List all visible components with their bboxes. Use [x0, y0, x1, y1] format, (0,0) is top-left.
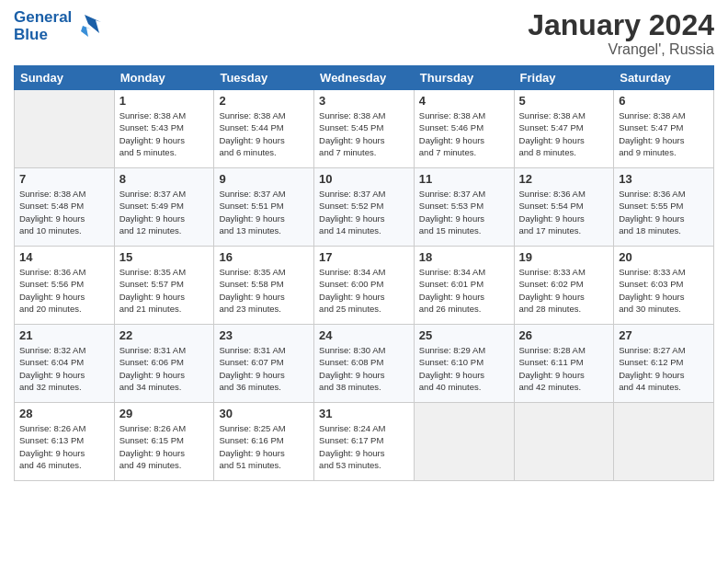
day-number: 27 — [619, 328, 709, 342]
cell-w4-d1: 21Sunrise: 8:32 AM Sunset: 6:04 PM Dayli… — [15, 325, 115, 403]
cell-w4-d5: 25Sunrise: 8:29 AM Sunset: 6:10 PM Dayli… — [414, 325, 514, 403]
cell-w2-d4: 10Sunrise: 8:37 AM Sunset: 5:52 PM Dayli… — [314, 168, 415, 247]
day-info: Sunrise: 8:35 AM Sunset: 5:57 PM Dayligh… — [119, 266, 210, 315]
day-info: Sunrise: 8:32 AM Sunset: 6:04 PM Dayligh… — [19, 344, 109, 393]
day-info: Sunrise: 8:37 AM Sunset: 5:51 PM Dayligh… — [219, 188, 309, 236]
title-section: January 2024 Vrangel', Russia — [528, 9, 714, 58]
cell-w2-d7: 13Sunrise: 8:36 AM Sunset: 5:55 PM Dayli… — [614, 168, 714, 247]
cell-w3-d4: 17Sunrise: 8:34 AM Sunset: 6:00 PM Dayli… — [314, 247, 415, 325]
week-row-2: 7Sunrise: 8:38 AM Sunset: 5:48 PM Daylig… — [15, 168, 714, 247]
cell-w2-d6: 12Sunrise: 8:36 AM Sunset: 5:54 PM Dayli… — [514, 168, 614, 247]
cell-w4-d4: 24Sunrise: 8:30 AM Sunset: 6:08 PM Dayli… — [314, 325, 415, 403]
day-number: 24 — [319, 328, 409, 342]
week-row-3: 14Sunrise: 8:36 AM Sunset: 5:56 PM Dayli… — [15, 247, 714, 325]
logo: General Blue — [14, 9, 103, 43]
cell-w5-d7 — [614, 403, 714, 481]
day-info: Sunrise: 8:33 AM Sunset: 6:02 PM Dayligh… — [519, 266, 609, 315]
week-row-4: 21Sunrise: 8:32 AM Sunset: 6:04 PM Dayli… — [15, 325, 714, 403]
logo-icon — [75, 13, 103, 40]
cell-w2-d2: 8Sunrise: 8:37 AM Sunset: 5:49 PM Daylig… — [114, 168, 214, 247]
cell-w3-d7: 20Sunrise: 8:33 AM Sunset: 6:03 PM Dayli… — [614, 247, 714, 325]
header-friday: Friday — [514, 66, 614, 90]
header-wednesday: Wednesday — [314, 66, 415, 90]
day-number: 2 — [219, 94, 309, 108]
cell-w2-d3: 9Sunrise: 8:37 AM Sunset: 5:51 PM Daylig… — [214, 168, 314, 247]
week-row-5: 28Sunrise: 8:26 AM Sunset: 6:13 PM Dayli… — [15, 403, 714, 481]
day-info: Sunrise: 8:34 AM Sunset: 6:01 PM Dayligh… — [419, 266, 509, 315]
day-info: Sunrise: 8:35 AM Sunset: 5:58 PM Dayligh… — [219, 266, 309, 315]
logo-line1: General — [14, 9, 72, 27]
day-number: 16 — [219, 250, 309, 264]
cell-w5-d6 — [514, 403, 614, 481]
day-number: 23 — [219, 328, 309, 342]
header-tuesday: Tuesday — [214, 66, 314, 90]
week-row-1: 1Sunrise: 8:38 AM Sunset: 5:43 PM Daylig… — [15, 90, 714, 168]
day-info: Sunrise: 8:38 AM Sunset: 5:44 PM Dayligh… — [219, 109, 309, 158]
day-number: 10 — [319, 172, 409, 186]
day-info: Sunrise: 8:24 AM Sunset: 6:17 PM Dayligh… — [319, 422, 409, 471]
day-info: Sunrise: 8:25 AM Sunset: 6:16 PM Dayligh… — [219, 422, 309, 471]
day-number: 13 — [619, 172, 709, 186]
day-info: Sunrise: 8:33 AM Sunset: 6:03 PM Dayligh… — [619, 266, 709, 315]
day-info: Sunrise: 8:37 AM Sunset: 5:49 PM Dayligh… — [119, 188, 210, 236]
day-info: Sunrise: 8:29 AM Sunset: 6:10 PM Dayligh… — [419, 344, 509, 393]
day-number: 5 — [519, 94, 609, 108]
cell-w4-d2: 22Sunrise: 8:31 AM Sunset: 6:06 PM Dayli… — [114, 325, 214, 403]
cell-w3-d5: 18Sunrise: 8:34 AM Sunset: 6:01 PM Dayli… — [414, 247, 514, 325]
day-number: 8 — [119, 172, 210, 186]
cell-w3-d3: 16Sunrise: 8:35 AM Sunset: 5:58 PM Dayli… — [214, 247, 314, 325]
day-number: 17 — [319, 250, 409, 264]
day-number: 28 — [19, 407, 109, 420]
svg-marker-0 — [85, 15, 101, 33]
day-number: 20 — [619, 250, 709, 264]
day-number: 11 — [419, 172, 509, 186]
cell-w1-d1 — [15, 90, 115, 168]
day-info: Sunrise: 8:34 AM Sunset: 6:00 PM Dayligh… — [319, 266, 409, 315]
header-thursday: Thursday — [414, 66, 514, 90]
day-number: 9 — [219, 172, 309, 186]
day-info: Sunrise: 8:38 AM Sunset: 5:47 PM Dayligh… — [619, 109, 709, 158]
cell-w1-d5: 4Sunrise: 8:38 AM Sunset: 5:46 PM Daylig… — [414, 90, 514, 168]
day-info: Sunrise: 8:30 AM Sunset: 6:08 PM Dayligh… — [319, 344, 409, 393]
location-title: Vrangel', Russia — [528, 41, 714, 58]
day-info: Sunrise: 8:26 AM Sunset: 6:15 PM Dayligh… — [119, 422, 210, 471]
cell-w2-d1: 7Sunrise: 8:38 AM Sunset: 5:48 PM Daylig… — [15, 168, 115, 247]
logo-line2: Blue — [14, 27, 72, 44]
day-number: 7 — [19, 172, 109, 186]
day-number: 14 — [19, 250, 109, 264]
day-info: Sunrise: 8:38 AM Sunset: 5:48 PM Dayligh… — [19, 188, 109, 236]
day-info: Sunrise: 8:37 AM Sunset: 5:52 PM Dayligh… — [319, 188, 409, 236]
day-info: Sunrise: 8:27 AM Sunset: 6:12 PM Dayligh… — [619, 344, 709, 393]
day-info: Sunrise: 8:31 AM Sunset: 6:06 PM Dayligh… — [119, 344, 210, 393]
day-info: Sunrise: 8:26 AM Sunset: 6:13 PM Dayligh… — [19, 422, 109, 471]
header-monday: Monday — [114, 66, 214, 90]
header-sunday: Sunday — [15, 66, 115, 90]
day-number: 26 — [519, 328, 609, 342]
day-number: 4 — [419, 94, 509, 108]
cell-w1-d7: 6Sunrise: 8:38 AM Sunset: 5:47 PM Daylig… — [614, 90, 714, 168]
cell-w4-d3: 23Sunrise: 8:31 AM Sunset: 6:07 PM Dayli… — [214, 325, 314, 403]
cell-w3-d1: 14Sunrise: 8:36 AM Sunset: 5:56 PM Dayli… — [15, 247, 115, 325]
cell-w1-d3: 2Sunrise: 8:38 AM Sunset: 5:44 PM Daylig… — [214, 90, 314, 168]
cell-w1-d2: 1Sunrise: 8:38 AM Sunset: 5:43 PM Daylig… — [114, 90, 214, 168]
day-info: Sunrise: 8:36 AM Sunset: 5:56 PM Dayligh… — [19, 266, 109, 315]
page-container: General Blue January 2024 Vrangel', Russ… — [0, 0, 728, 563]
cell-w5-d5 — [414, 403, 514, 481]
cell-w5-d4: 31Sunrise: 8:24 AM Sunset: 6:17 PM Dayli… — [314, 403, 415, 481]
day-number: 21 — [19, 328, 109, 342]
cell-w5-d3: 30Sunrise: 8:25 AM Sunset: 6:16 PM Dayli… — [214, 403, 314, 481]
header-row: SundayMondayTuesdayWednesdayThursdayFrid… — [15, 66, 714, 90]
day-number: 30 — [219, 407, 309, 420]
cell-w1-d4: 3Sunrise: 8:38 AM Sunset: 5:45 PM Daylig… — [314, 90, 415, 168]
cell-w1-d6: 5Sunrise: 8:38 AM Sunset: 5:47 PM Daylig… — [514, 90, 614, 168]
cell-w5-d1: 28Sunrise: 8:26 AM Sunset: 6:13 PM Dayli… — [15, 403, 115, 481]
day-number: 18 — [419, 250, 509, 264]
day-number: 29 — [119, 407, 210, 420]
day-number: 31 — [319, 407, 409, 420]
day-info: Sunrise: 8:31 AM Sunset: 6:07 PM Dayligh… — [219, 344, 309, 393]
day-info: Sunrise: 8:38 AM Sunset: 5:46 PM Dayligh… — [419, 109, 509, 158]
cell-w5-d2: 29Sunrise: 8:26 AM Sunset: 6:15 PM Dayli… — [114, 403, 214, 481]
calendar-table: SundayMondayTuesdayWednesdayThursdayFrid… — [14, 65, 714, 481]
header-saturday: Saturday — [614, 66, 714, 90]
day-info: Sunrise: 8:38 AM Sunset: 5:43 PM Dayligh… — [119, 109, 210, 158]
